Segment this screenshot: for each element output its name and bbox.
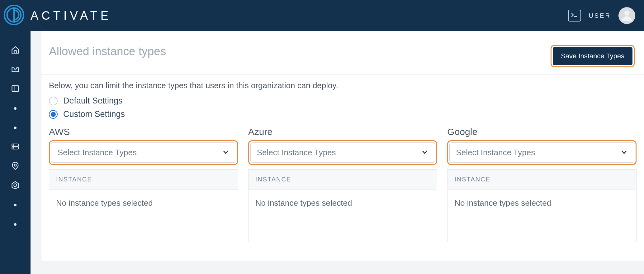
radio-label: Default Settings — [63, 96, 123, 106]
select-placeholder: Select Instance Types — [257, 148, 336, 157]
google-instance-table: INSTANCE No instance types selected — [447, 169, 637, 242]
table-header: INSTANCE — [49, 170, 238, 190]
brand-name: ACTIVATE — [31, 9, 111, 22]
google-instance-select[interactable]: Select Instance Types — [449, 142, 634, 163]
sidebar-item-server[interactable] — [8, 140, 22, 154]
select-placeholder: Select Instance Types — [58, 148, 137, 157]
sidebar-item-home[interactable] — [8, 44, 22, 57]
radio-icon — [49, 97, 58, 105]
table-empty-row: No instance types selected — [447, 190, 636, 217]
main-content: Allowed instance types Save Instance Typ… — [31, 31, 644, 274]
table-header: INSTANCE — [447, 170, 636, 190]
provider-azure: Azure Select Instance Types INSTANCE No … — [248, 127, 438, 242]
sidebar-item-location[interactable] — [8, 160, 22, 173]
terminal-icon — [571, 12, 578, 19]
brand-logo[interactable]: ACTIVATE — [3, 4, 111, 27]
provider-aws: AWS Select Instance Types INSTANCE No in… — [49, 127, 238, 242]
provider-google: Google Select Instance Types INSTANCE No… — [447, 127, 637, 242]
panel-icon — [11, 84, 20, 94]
app-header: ACTIVATE USER — [0, 0, 644, 31]
provider-title: Azure — [248, 127, 438, 137]
section-title: Allowed instance types — [49, 45, 166, 58]
save-button-highlight: Save Instance Types — [551, 45, 635, 67]
home-icon — [11, 46, 20, 55]
svg-point-2 — [624, 11, 629, 16]
svg-point-8 — [14, 164, 17, 166]
provider-title: Google — [447, 127, 637, 137]
sidebar-separator-dot — [14, 204, 17, 206]
user-label: USER — [589, 12, 611, 19]
table-header: INSTANCE — [249, 170, 437, 190]
sidebar — [0, 31, 31, 274]
section-description: Below, you can limit the instance types … — [41, 75, 644, 94]
provider-title: AWS — [49, 127, 238, 137]
chevron-down-icon — [421, 148, 429, 157]
table-empty-row: No instance types selected — [49, 190, 238, 217]
server-icon — [11, 142, 20, 152]
sidebar-separator-dot — [14, 127, 17, 129]
inbox-icon — [11, 65, 20, 75]
select-highlight: Select Instance Types — [248, 140, 438, 165]
location-icon — [11, 161, 20, 171]
avatar-icon — [621, 9, 633, 22]
radio-icon — [49, 110, 58, 119]
save-instance-types-button[interactable]: Save Instance Types — [553, 47, 632, 65]
user-avatar[interactable] — [618, 7, 635, 24]
sidebar-item-panel[interactable] — [8, 82, 22, 96]
kubernetes-icon — [11, 181, 20, 191]
table-empty-row: No instance types selected — [249, 190, 437, 217]
sidebar-separator-dot — [14, 223, 17, 226]
aws-instance-select[interactable]: Select Instance Types — [51, 142, 236, 163]
svg-marker-9 — [12, 181, 19, 189]
select-placeholder: Select Instance Types — [456, 148, 535, 157]
aws-instance-table: INSTANCE No instance types selected — [49, 169, 238, 242]
radio-custom-settings[interactable]: Custom Settings — [41, 108, 644, 121]
table-row — [447, 217, 636, 242]
azure-instance-select[interactable]: Select Instance Types — [250, 142, 435, 163]
sidebar-item-kubernetes[interactable] — [8, 179, 22, 193]
table-row — [249, 217, 437, 242]
svg-point-7 — [13, 148, 14, 148]
svg-point-10 — [14, 184, 17, 186]
terminal-button[interactable] — [568, 10, 581, 22]
chevron-down-icon — [620, 148, 628, 157]
logo-icon — [3, 4, 25, 27]
radio-label: Custom Settings — [63, 109, 125, 119]
azure-instance-table: INSTANCE No instance types selected — [248, 169, 438, 242]
select-highlight: Select Instance Types — [49, 140, 238, 165]
radio-default-settings[interactable]: Default Settings — [41, 94, 644, 108]
table-row — [49, 217, 238, 242]
sidebar-separator-dot — [14, 107, 17, 110]
chevron-down-icon — [222, 148, 230, 157]
select-highlight: Select Instance Types — [447, 140, 637, 165]
svg-point-6 — [13, 145, 14, 145]
sidebar-item-inbox[interactable] — [8, 63, 22, 77]
